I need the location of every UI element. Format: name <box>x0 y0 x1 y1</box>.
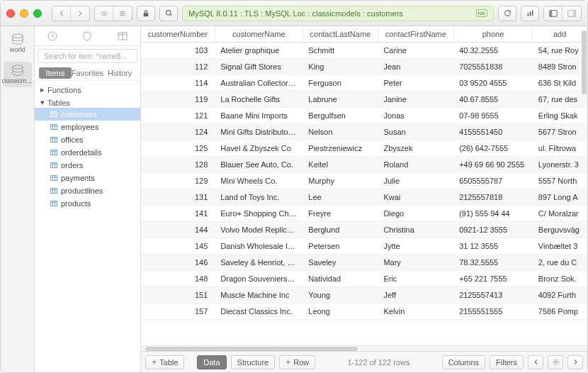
cell[interactable]: +65 221 7555 <box>453 271 533 287</box>
add-row-button[interactable]: Row <box>279 355 315 369</box>
cell[interactable]: 146 <box>141 255 215 271</box>
cell[interactable]: 2, rue du C <box>533 255 587 271</box>
cell[interactable]: C/ Moralzar <box>533 206 587 222</box>
table-item-orders[interactable]: orders <box>35 159 140 172</box>
search-button[interactable] <box>159 6 178 21</box>
cell[interactable]: 114 <box>141 75 215 91</box>
data-grid[interactable]: customerNumbercustomerNamecontactLastNam… <box>141 26 587 320</box>
nav-back-button[interactable] <box>52 6 71 21</box>
view-icon[interactable] <box>95 6 113 21</box>
table-item-products[interactable]: products <box>35 197 140 210</box>
cell[interactable]: Bergulfsen <box>303 108 378 124</box>
cell[interactable]: 129 <box>141 173 215 189</box>
db-item-classicmodels[interactable]: classicmodels <box>4 62 32 87</box>
cell[interactable]: Vinbæltet 3 <box>533 238 587 255</box>
db-item-world[interactable]: world <box>4 30 32 56</box>
cell[interactable]: Janine <box>378 91 453 108</box>
connection-bar[interactable]: MySQL 8.0.11 : TLS : MySQL Loc : classic… <box>182 6 494 21</box>
cell[interactable]: Land of Toys Inc. <box>215 189 303 206</box>
column-header[interactable]: customerNumber <box>141 26 215 43</box>
cell[interactable]: Blauer See Auto, Co. <box>215 157 303 173</box>
nav-forward-button[interactable] <box>71 6 89 21</box>
minimize-window-button[interactable] <box>20 9 28 18</box>
refresh-button[interactable] <box>498 6 516 21</box>
cell[interactable]: Susan <box>378 124 453 140</box>
cell[interactable]: King <box>303 59 378 75</box>
cell[interactable]: 7025551838 <box>453 59 533 75</box>
table-row[interactable]: 157Diecast Classics Inc.LeongKelvin21555… <box>141 304 587 320</box>
stats-button[interactable] <box>521 6 539 21</box>
cell[interactable]: Baane Mini Imports <box>215 108 303 124</box>
sidebar-search-input[interactable] <box>44 52 134 60</box>
right-panel-toggle[interactable] <box>562 6 581 21</box>
zoom-window-button[interactable] <box>33 9 42 18</box>
cell[interactable]: Lee <box>303 189 378 206</box>
cell[interactable]: ul. Filtrowa <box>533 140 587 157</box>
table-item-payments[interactable]: payments <box>35 172 140 184</box>
cell[interactable]: 4092 Furth <box>533 287 587 304</box>
tab-data[interactable]: Data <box>197 355 226 369</box>
table-icon[interactable] <box>117 30 128 42</box>
cell[interactable]: 78.32.5555 <box>453 255 533 271</box>
table-row[interactable]: 114Australian Collectors, Co.FergusonPet… <box>141 75 587 91</box>
cell[interactable]: Carine <box>378 43 453 59</box>
tab-structure[interactable]: Structure <box>231 355 276 369</box>
cell[interactable]: Australian Collectors, Co. <box>215 75 303 91</box>
group-functions[interactable]: ▸ Functions <box>35 82 140 95</box>
cell[interactable]: Julie <box>378 173 453 189</box>
cell[interactable]: (91) 555 94 44 <box>453 206 533 222</box>
cell[interactable]: Schmitt <box>303 43 378 59</box>
cell[interactable]: Mary <box>378 255 453 271</box>
cell[interactable]: Signal Gift Stores <box>215 59 303 75</box>
cell[interactable]: Petersen <box>303 238 378 255</box>
settings-button[interactable] <box>548 355 563 369</box>
columns-button[interactable]: Columns <box>442 355 485 369</box>
table-row[interactable]: 144Volvo Model Replicas, CoBerglundChris… <box>141 222 587 238</box>
shield-icon[interactable] <box>81 30 93 42</box>
cell[interactable]: 112 <box>141 59 215 75</box>
cell[interactable]: 2125557818 <box>453 189 533 206</box>
cell[interactable]: Leong <box>303 304 378 320</box>
prev-page-button[interactable] <box>528 355 543 369</box>
cell[interactable]: 897 Long A <box>533 189 587 206</box>
table-item-offices[interactable]: offices <box>35 133 140 146</box>
table-row[interactable]: 151Muscle Machine IncYoungJeff2125557413… <box>141 287 587 304</box>
cell[interactable]: Jytte <box>378 238 453 255</box>
cell[interactable]: 144 <box>141 222 215 238</box>
cell[interactable]: 07-98 9555 <box>453 108 533 124</box>
close-window-button[interactable] <box>6 9 15 18</box>
cell[interactable]: Diego <box>378 206 453 222</box>
lock-button[interactable] <box>137 6 155 21</box>
cell[interactable]: 31 12 3555 <box>453 238 533 255</box>
horizontal-scrollbar[interactable] <box>141 345 587 351</box>
clock-icon[interactable] <box>47 30 58 42</box>
cell[interactable]: 40.67.8555 <box>453 91 533 108</box>
cell[interactable]: 67, rue des <box>533 91 587 108</box>
cell[interactable]: (26) 642-7555 <box>453 140 533 157</box>
table-row[interactable]: 129Mini Wheels Co.MurphyJulie65055557875… <box>141 173 587 189</box>
cell[interactable]: Mini Wheels Co. <box>215 173 303 189</box>
cell[interactable]: 145 <box>141 238 215 255</box>
column-header[interactable]: customerName <box>215 26 303 43</box>
table-row[interactable]: 131Land of Toys Inc.LeeKwai2125557818897… <box>141 189 587 206</box>
cell[interactable]: Jonas <box>378 108 453 124</box>
cell[interactable]: Havel & Zbyszek Co <box>215 140 303 157</box>
column-header[interactable]: phone <box>453 26 533 43</box>
cell[interactable]: Eric <box>378 271 453 287</box>
cell[interactable]: Lyonerstr. 3 <box>533 157 587 173</box>
group-tables[interactable]: ▾ Tables <box>35 95 140 108</box>
table-item-productlines[interactable]: productlines <box>35 184 140 197</box>
table-row[interactable]: 141Euro+ Shopping ChannelFreyreDiego(91)… <box>141 206 587 222</box>
cell[interactable]: 6505555787 <box>453 173 533 189</box>
cell[interactable]: Natividad <box>303 271 378 287</box>
cell[interactable]: 125 <box>141 140 215 157</box>
cell[interactable]: Peter <box>378 75 453 91</box>
cell[interactable]: Euro+ Shopping Channel <box>215 206 303 222</box>
cell[interactable]: 8489 Stron <box>533 59 587 75</box>
cell[interactable]: Muscle Machine Inc <box>215 287 303 304</box>
cell[interactable]: 636 St Kild <box>533 75 587 91</box>
cell[interactable]: Saveley & Henriot, Co. <box>215 255 303 271</box>
tab-history[interactable]: History <box>103 67 136 79</box>
cell[interactable]: 40.32.2555 <box>453 43 533 59</box>
table-row[interactable]: 145Danish Wholesale ImportsPetersenJytte… <box>141 238 587 255</box>
